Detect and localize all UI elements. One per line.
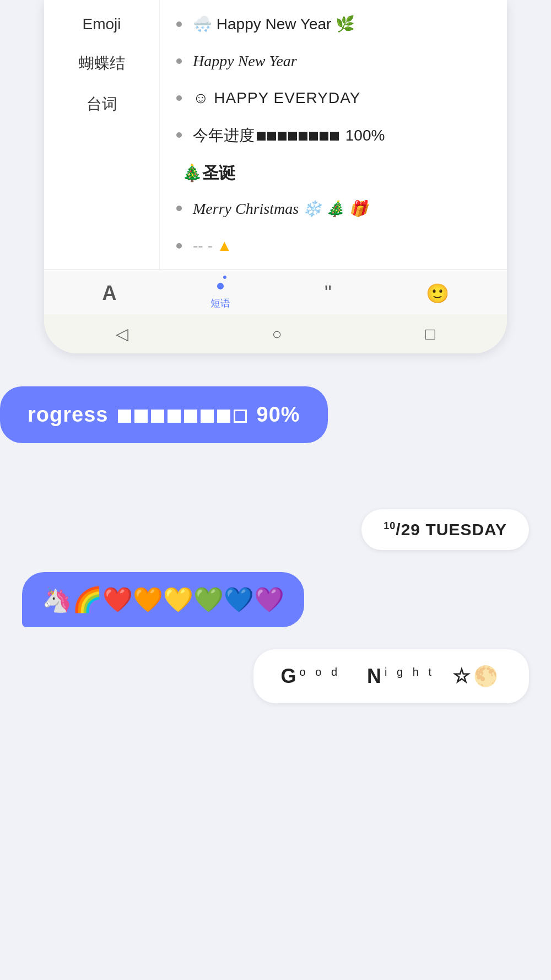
- bullet-4: [176, 132, 182, 138]
- toolbar-font[interactable]: A: [102, 282, 116, 305]
- emoji-text: 🦄🌈❤️🧡💛💚💙💜: [42, 586, 284, 613]
- sidebar-item-bow[interactable]: 蝴蝶结: [44, 43, 159, 84]
- nav-back-icon[interactable]: ◁: [116, 324, 128, 343]
- toolbar-quote[interactable]: ": [325, 282, 332, 305]
- phrase-item-4[interactable]: 今年进度 100%: [176, 117, 490, 154]
- main-content: 🌨️ Happy New Year 🌿 Happy New Year ☺ HAP…: [160, 0, 507, 270]
- chat-area: 10/29 TUESDAY 🦄🌈❤️🧡💛💚💙💜 Go o d Ni g h t …: [0, 509, 551, 703]
- progress-bubble: rogress 90%: [0, 386, 328, 443]
- phone-mockup: Emoji 蝴蝶结 台词 🌨️ Happy New Year 🌿: [44, 0, 507, 353]
- emoji-icon: 🙂: [426, 282, 449, 304]
- phrase-text-christmas-1: Merry Christmas ❄️ 🎄 🎁: [193, 198, 368, 219]
- quote-icon: ": [325, 282, 332, 305]
- phrases-icon: ●: [216, 277, 225, 294]
- block-2: [134, 410, 148, 423]
- date-sup: 10: [383, 520, 396, 531]
- phrase-text-4: 今年进度 100%: [193, 125, 385, 146]
- phrase-text-1: 🌨️ Happy New Year 🌿: [193, 13, 355, 35]
- toolbar-phrases[interactable]: ● 短语: [210, 277, 230, 310]
- bullet-c1: [176, 206, 182, 211]
- block-3: [151, 410, 164, 423]
- toolbar-icons: A ● 短语 " 🙂: [44, 277, 507, 310]
- date-bubble: 10/29 TUESDAY: [361, 509, 529, 550]
- date-text: 10/29 TUESDAY: [383, 520, 507, 539]
- good-night-bubble: Go o d Ni g h t ☆🌕: [253, 649, 529, 703]
- sidebar-item-emoji[interactable]: Emoji: [44, 6, 159, 43]
- phrase-item-1[interactable]: 🌨️ Happy New Year 🌿: [176, 6, 490, 42]
- phrase-item-christmas-2[interactable]: -- - ▲: [176, 227, 490, 264]
- phrase-item-2[interactable]: Happy New Year: [176, 42, 490, 79]
- block-1: [118, 410, 131, 423]
- block-5: [184, 410, 197, 423]
- phrase-text-2: Happy New Year: [193, 50, 297, 72]
- phrase-text-3: ☺ HAPPY EVERYDAY: [193, 87, 360, 109]
- sidebar-item-lines[interactable]: 台词: [44, 84, 159, 125]
- bullet-1: [176, 21, 182, 27]
- nav-bar: ◁ ○ □: [44, 314, 507, 353]
- progress-blocks: [118, 410, 247, 423]
- phone-screen: Emoji 蝴蝶结 台词 🌨️ Happy New Year 🌿: [44, 0, 507, 270]
- phrases-label: 短语: [210, 297, 230, 310]
- phone-toolbar: A ● 短语 " 🙂: [44, 270, 507, 314]
- bullet-c2: [176, 243, 182, 249]
- progress-bubble-container: rogress 90%: [0, 386, 551, 476]
- emoji-bubble: 🦄🌈❤️🧡💛💚💙💜: [22, 572, 304, 627]
- sidebar: Emoji 蝴蝶结 台词: [44, 0, 160, 270]
- good-night-text: Go o d Ni g h t ☆🌕: [281, 665, 501, 687]
- day-text: TUESDAY: [425, 520, 507, 539]
- bullet-3: [176, 95, 182, 101]
- block-6: [201, 410, 214, 423]
- phone-section: Emoji 蝴蝶结 台词 🌨️ Happy New Year 🌿: [0, 0, 551, 353]
- nav-recent-icon[interactable]: □: [425, 325, 435, 343]
- font-icon: A: [102, 282, 116, 305]
- phrase-item-3[interactable]: ☺ HAPPY EVERYDAY: [176, 79, 490, 116]
- block-4: [168, 410, 181, 423]
- progress-text: rogress 90%: [28, 403, 300, 427]
- lower-section: rogress 90% 10/29 TUESDAY: [0, 353, 551, 725]
- block-7: [217, 410, 230, 423]
- block-8: [234, 410, 247, 423]
- nav-home-icon[interactable]: ○: [272, 325, 282, 343]
- christmas-section-title: 🎄圣诞: [176, 154, 490, 190]
- bullet-2: [176, 58, 182, 64]
- phrase-text-christmas-2: -- - ▲: [193, 235, 232, 256]
- toolbar-emoji[interactable]: 🙂: [426, 282, 449, 304]
- phrase-item-christmas-1[interactable]: Merry Christmas ❄️ 🎄 🎁: [176, 190, 490, 227]
